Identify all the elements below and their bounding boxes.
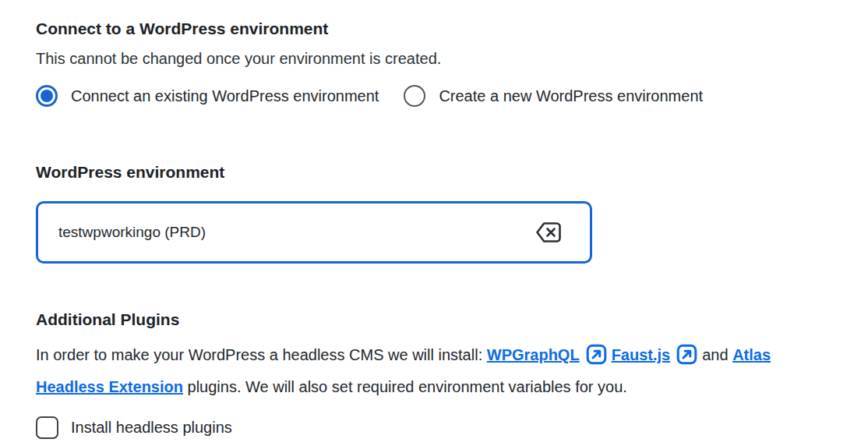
faustjs-link[interactable]: Faust.js [612,346,671,363]
install-plugins-checkbox-label[interactable]: Install headless plugins [71,419,232,437]
radio-create-new-label[interactable]: Create a new WordPress environment [439,87,703,105]
install-plugins-checkbox[interactable] [36,416,58,439]
page-title: Connect to a WordPress environment [36,19,868,38]
environment-mode-radio-group: Connect an existing WordPress environmen… [36,85,868,107]
external-link-icon[interactable] [586,344,607,373]
plugins-description: In order to make your WordPress a headle… [36,342,817,401]
connect-description: This cannot be changed once your environ… [36,48,868,69]
plugins-description-suffix: plugins. We will also set required envir… [183,378,627,395]
radio-create-new[interactable]: Create a new WordPress environment [404,85,703,107]
radio-selected-icon[interactable] [36,85,58,107]
wpgraphql-link[interactable]: WPGraphQL [487,346,580,363]
plugins-and-text: and [702,346,732,363]
install-plugins-checkbox-row: Install headless plugins [36,416,868,439]
backspace-icon [534,220,563,245]
connect-wordpress-form: Connect to a WordPress environment This … [0,0,868,439]
external-link-icon[interactable] [676,344,697,373]
environment-field-label: WordPress environment [36,163,868,182]
additional-plugins-heading: Additional Plugins [36,310,868,329]
radio-unselected-icon[interactable] [404,85,425,107]
clear-environment-button[interactable] [534,220,563,245]
radio-connect-existing[interactable]: Connect an existing WordPress environmen… [36,85,379,107]
environment-input-container [36,201,592,264]
environment-input[interactable] [38,204,590,261]
plugins-description-prefix: In order to make your WordPress a headle… [36,346,487,363]
radio-connect-existing-label[interactable]: Connect an existing WordPress environmen… [71,87,379,105]
